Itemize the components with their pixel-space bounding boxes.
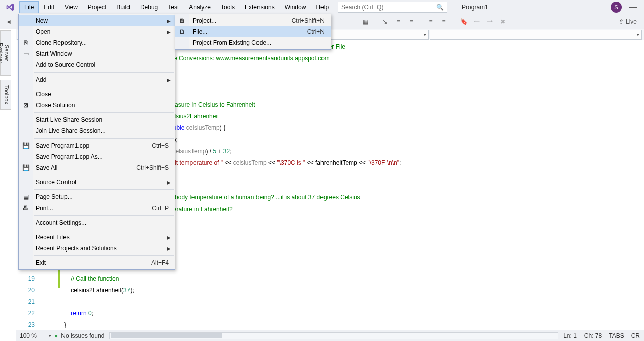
menu-item-label: Save Program1.cpp <box>36 142 89 149</box>
file-menu-item[interactable]: ⎘Clone Repository... <box>19 37 175 48</box>
server-explorer-tab[interactable]: Server Explorer <box>0 30 11 76</box>
char-indicator: Ch: 78 <box>584 332 602 339</box>
menu-item-label: Start Live Share Session <box>36 116 102 123</box>
menu-item-label: Source Control <box>36 179 76 186</box>
menu-item-analyze[interactable]: Analyze <box>184 1 216 13</box>
nav-back-button[interactable]: ◄ <box>3 16 14 27</box>
window-icon: ▭ <box>21 49 30 58</box>
toolbar-btn[interactable]: ⭠ <box>471 16 482 27</box>
submenu-arrow-icon: ▶ <box>167 77 171 83</box>
file-menu-dropdown: New▶Open▶⎘Clone Repository...▭Start Wind… <box>18 14 175 270</box>
toolbar-btn[interactable]: ✖ <box>497 16 508 27</box>
file-menu-item[interactable]: 🖶Print...Ctrl+P <box>19 202 175 214</box>
menu-item-label: Save Program1.cpp As... <box>36 153 103 160</box>
menu-item-build[interactable]: Build <box>111 1 135 13</box>
new-submenu-item[interactable]: Project From Existing Code... <box>175 37 331 48</box>
submenu-arrow-icon: ▶ <box>167 29 171 35</box>
live-share-button[interactable]: ⇪ Live <box>619 18 641 25</box>
toolbar-btn[interactable]: ≡ <box>393 16 404 27</box>
issues-status[interactable]: No issues found <box>61 332 104 339</box>
menu-item-label: New <box>36 17 48 24</box>
new-submenu: 🗎Project...Ctrl+Shift+N🗋File...Ctrl+NPro… <box>175 14 331 50</box>
file-icon: 🗋 <box>178 27 187 36</box>
menu-item-extensions[interactable]: Extensions <box>240 1 280 13</box>
menu-item-label: Close Solution <box>36 102 75 109</box>
toolbar-btn[interactable]: ▦ <box>360 16 371 27</box>
tabs-indicator[interactable]: TABS <box>609 332 624 339</box>
clone-icon: ⎘ <box>21 38 30 47</box>
menu-shortcut: Ctrl+Shift+N <box>292 17 325 24</box>
zoom-level[interactable]: 100 % <box>20 332 49 339</box>
menu-item-debug[interactable]: Debug <box>135 1 163 13</box>
menu-item-label: Account Settings... <box>36 219 86 226</box>
menu-item-label: Recent Projects and Solutions <box>36 245 117 252</box>
menu-item-file[interactable]: File <box>19 1 39 13</box>
proj-icon: 🗎 <box>178 16 187 25</box>
share-icon: ⇪ <box>619 18 624 25</box>
crlf-indicator[interactable]: CR <box>631 332 640 339</box>
menu-shortcut: Ctrl+S <box>152 142 169 149</box>
menu-bar: FileEditViewProjectBuildDebugTestAnalyze… <box>0 0 644 14</box>
save-all-icon: 💾 <box>21 163 30 172</box>
menu-item-edit[interactable]: Edit <box>39 1 59 13</box>
file-menu-item[interactable]: Source Control▶ <box>19 177 175 188</box>
file-menu-item[interactable]: Close <box>19 89 175 100</box>
file-menu-item[interactable]: ▤Page Setup... <box>19 191 175 202</box>
file-menu-item[interactable]: 💾Save AllCtrl+Shift+S <box>19 162 175 173</box>
file-menu-item[interactable]: ▭Start Window <box>19 48 175 59</box>
check-icon: ● <box>54 332 58 339</box>
toolbar-btn[interactable]: ↘ <box>379 16 391 27</box>
new-submenu-item[interactable]: 🗎Project...Ctrl+Shift+N <box>175 15 331 26</box>
menu-item-label: Join Live Share Session... <box>36 127 106 134</box>
menu-item-label: File... <box>192 28 207 35</box>
menu-item-view[interactable]: View <box>59 1 83 13</box>
file-menu-item[interactable]: Recent Files▶ <box>19 232 175 243</box>
print-icon: 🖶 <box>21 203 30 213</box>
menu-item-help[interactable]: Help <box>311 1 334 13</box>
menu-item-test[interactable]: Test <box>163 1 184 13</box>
menu-item-label: Print... <box>36 204 53 212</box>
new-submenu-item[interactable]: 🗋File...Ctrl+N <box>175 26 331 37</box>
close-sln-icon: ⊠ <box>21 101 30 110</box>
bookmark-icon[interactable]: 🔖 <box>458 16 469 27</box>
minimize-button[interactable]: — <box>627 3 639 12</box>
member-scope-dropdown[interactable]: ▾ <box>430 30 642 40</box>
menu-item-tools[interactable]: Tools <box>216 1 240 13</box>
menu-shortcut: Ctrl+P <box>152 204 169 212</box>
save-icon: 💾 <box>21 141 30 150</box>
toolbar-btn[interactable]: ≡ <box>406 16 417 27</box>
zoom-arrow-icon[interactable]: ▾ <box>49 333 51 338</box>
toolbar-btn[interactable]: ≡ <box>438 16 449 27</box>
line-indicator: Ln: 1 <box>563 332 577 339</box>
menu-item-label: Save All <box>36 164 57 171</box>
search-box[interactable]: Search (Ctrl+Q) 🔍 <box>338 2 447 13</box>
vs-logo-icon <box>4 1 16 13</box>
file-menu-item[interactable]: Join Live Share Session... <box>19 125 175 137</box>
file-menu-item[interactable]: New▶ <box>19 15 175 26</box>
file-menu-item[interactable]: 💾Save Program1.cppCtrl+S <box>19 140 175 151</box>
menu-item-label: Open <box>36 28 50 35</box>
file-menu-item[interactable]: Start Live Share Session <box>19 114 175 125</box>
menu-item-label: Project... <box>192 17 216 24</box>
file-menu-item[interactable]: ExitAlt+F4 <box>19 257 175 268</box>
toolbar-btn[interactable]: ≡ <box>425 16 436 27</box>
file-menu-item[interactable]: Open▶ <box>19 26 175 37</box>
menu-item-label: Recent Files <box>36 234 70 241</box>
file-menu-item[interactable]: Add▶ <box>19 74 175 85</box>
file-menu-item[interactable]: Save Program1.cpp As... <box>19 151 175 162</box>
search-placeholder: Search (Ctrl+Q) <box>341 4 383 11</box>
horizontal-scrollbar[interactable] <box>109 332 558 339</box>
file-menu-item[interactable]: Recent Projects and Solutions▶ <box>19 243 175 254</box>
user-avatar[interactable]: S <box>611 2 622 13</box>
menu-item-label: Add to Source Control <box>36 61 95 69</box>
menu-item-label: Close <box>36 91 51 98</box>
toolbar-btn[interactable]: ⭢ <box>484 16 495 27</box>
solution-name[interactable]: Program1 <box>455 2 495 12</box>
menu-item-label: Clone Repository... <box>36 39 87 46</box>
file-menu-item[interactable]: ⊠Close Solution <box>19 100 175 111</box>
menu-item-window[interactable]: Window <box>280 1 311 13</box>
menu-item-project[interactable]: Project <box>83 1 111 13</box>
file-menu-item[interactable]: Add to Source Control <box>19 59 175 71</box>
toolbox-tab[interactable]: Toolbox <box>0 80 11 110</box>
file-menu-item[interactable]: Account Settings... <box>19 217 175 228</box>
